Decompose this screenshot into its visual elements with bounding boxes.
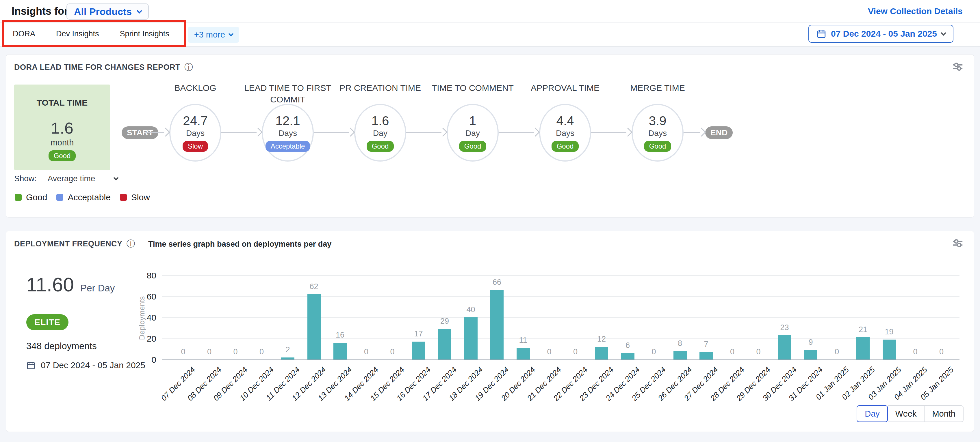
stage-label-time-to-comment: TIME TO COMMENT bbox=[425, 82, 520, 94]
pipeline-start-node: START bbox=[122, 127, 158, 139]
granularity-month-button[interactable]: Month bbox=[924, 406, 964, 422]
tab-dora[interactable]: DORA bbox=[10, 22, 38, 47]
gridline bbox=[162, 275, 959, 276]
tab-dev-insights[interactable]: Dev Insights bbox=[54, 22, 102, 47]
stage-unit: Days bbox=[278, 129, 297, 138]
bar-value-label: 0 bbox=[536, 347, 562, 356]
legend-label: Acceptable bbox=[68, 192, 110, 202]
stage-value: 3.9 bbox=[649, 114, 666, 128]
stage-label-lead-time-to-first-commit: LEAD TIME TO FIRST COMMIT bbox=[240, 82, 336, 105]
bar-value-label: 8 bbox=[667, 339, 693, 348]
stage-status-badge: Good bbox=[644, 141, 671, 152]
product-selector-value: All Products bbox=[74, 6, 132, 17]
bar-value-label: 7 bbox=[693, 340, 719, 349]
flow-arrow-head-icon bbox=[346, 128, 355, 136]
gridline bbox=[162, 338, 959, 339]
chart-bar[interactable] bbox=[883, 340, 896, 360]
stage-node-lead-time-to-first-commit[interactable]: 12.1DaysAcceptable bbox=[262, 104, 314, 162]
chart-bar[interactable] bbox=[856, 337, 870, 360]
bar-value-label: 0 bbox=[563, 347, 589, 356]
chart-bar[interactable] bbox=[595, 347, 608, 360]
page-header: Insights for All Products View Collectio… bbox=[0, 0, 980, 22]
stage-node-pr-creation-time[interactable]: 1.6DayGood bbox=[354, 104, 406, 162]
bar-value-label: 0 bbox=[641, 347, 667, 356]
date-range-picker[interactable]: 07 Dec 2024 - 05 Jan 2025 bbox=[808, 25, 953, 43]
bar-value-label: 16 bbox=[327, 331, 353, 340]
stage-unit: Days bbox=[186, 129, 205, 138]
stage-status-badge: Good bbox=[459, 141, 487, 152]
status-legend: GoodAcceptableSlow bbox=[15, 192, 150, 202]
bar-value-label: 9 bbox=[798, 338, 824, 347]
stage-label-pr-creation-time: PR CREATION TIME bbox=[332, 82, 428, 94]
legend-label: Slow bbox=[131, 192, 150, 202]
bar-value-label: 2 bbox=[275, 345, 301, 354]
chevron-down-icon bbox=[941, 30, 946, 35]
stage-value: 1 bbox=[469, 114, 476, 128]
bar-value-label: 6 bbox=[615, 341, 641, 350]
stage-label-approval-time: APPROVAL TIME bbox=[517, 82, 613, 94]
chart-bar[interactable] bbox=[464, 317, 477, 360]
bar-value-label: 12 bbox=[589, 335, 614, 344]
lead-time-report-card: DORA LEAD TIME FOR CHANGES REPORT ⓘ TOTA… bbox=[6, 54, 974, 217]
flow-arrow bbox=[499, 132, 534, 133]
bar-value-label: 0 bbox=[196, 347, 223, 356]
show-value: Average time bbox=[48, 174, 95, 183]
stage-node-backlog[interactable]: 24.7DaysSlow bbox=[169, 104, 221, 162]
bar-value-label: 40 bbox=[458, 305, 484, 314]
bar-value-label: 0 bbox=[249, 347, 275, 356]
calendar-icon bbox=[816, 29, 826, 39]
bar-value-label: 11 bbox=[510, 336, 536, 345]
granularity-week-button[interactable]: Week bbox=[888, 406, 925, 422]
tab-sprint-insights[interactable]: Sprint Insights bbox=[118, 22, 172, 47]
stage-value: 12.1 bbox=[275, 114, 300, 128]
tabs-more-button[interactable]: +3 more bbox=[188, 27, 239, 43]
flow-arrow-head-icon bbox=[531, 128, 540, 136]
bar-value-label: 66 bbox=[484, 278, 510, 287]
x-axis-line bbox=[162, 360, 959, 360]
stage-node-time-to-comment[interactable]: 1DayGood bbox=[447, 104, 499, 162]
show-label: Show: bbox=[14, 174, 37, 183]
chart-bar[interactable] bbox=[490, 290, 504, 360]
flow-arrow-head-icon bbox=[623, 128, 632, 136]
stage-value: 24.7 bbox=[183, 114, 208, 128]
chart-bar[interactable] bbox=[517, 348, 530, 360]
insights-tabs: DORADev InsightsSprint Insights+3 more bbox=[10, 22, 239, 47]
gridline bbox=[162, 296, 959, 297]
chart-bar[interactable] bbox=[438, 329, 451, 360]
legend-swatch-good bbox=[15, 194, 22, 201]
flow-arrow bbox=[314, 132, 349, 133]
legend-item-good: Good bbox=[15, 192, 47, 202]
stage-node-approval-time[interactable]: 4.4DaysGood bbox=[539, 104, 591, 162]
chart-bar[interactable] bbox=[281, 358, 294, 360]
bar-value-label: 62 bbox=[301, 282, 327, 291]
gridline bbox=[162, 317, 959, 318]
chart-bar[interactable] bbox=[778, 335, 791, 360]
page-title: Insights for bbox=[11, 0, 68, 22]
legend-item-slow: Slow bbox=[120, 192, 150, 202]
stage-unit: Day bbox=[373, 129, 387, 138]
legend-swatch-slow bbox=[120, 194, 127, 201]
stage-label-backlog: BACKLOG bbox=[148, 82, 243, 94]
chevron-down-icon bbox=[228, 31, 234, 36]
bar-value-label: 17 bbox=[406, 330, 432, 338]
product-selector-dropdown[interactable]: All Products bbox=[67, 3, 149, 20]
chart-bar[interactable] bbox=[804, 350, 817, 360]
chart-bar[interactable] bbox=[307, 294, 321, 360]
stage-unit: Days bbox=[556, 129, 574, 138]
show-metric-dropdown[interactable]: Show: Average time bbox=[14, 174, 118, 183]
date-range-value: 07 Dec 2024 - 05 Jan 2025 bbox=[831, 29, 937, 39]
lead-time-pipeline: STARTENDBACKLOG24.7DaysSlowLEAD TIME TO … bbox=[6, 54, 974, 217]
y-tick-label: 0 bbox=[133, 355, 156, 365]
chart-bar[interactable] bbox=[621, 353, 635, 360]
chart-bar[interactable] bbox=[700, 352, 713, 360]
chart-bar[interactable] bbox=[412, 342, 425, 360]
flow-arrow-head-icon bbox=[697, 128, 706, 136]
chart-bar[interactable] bbox=[333, 343, 347, 360]
stage-label-merge-time: MERGE TIME bbox=[610, 82, 705, 94]
view-collection-details-link[interactable]: View Collection Details bbox=[868, 0, 963, 22]
dashboard-page: Insights for All Products View Collectio… bbox=[0, 0, 980, 442]
granularity-day-button[interactable]: Day bbox=[857, 406, 888, 422]
stage-node-merge-time[interactable]: 3.9DaysGood bbox=[632, 104, 684, 162]
stage-unit: Day bbox=[465, 129, 480, 138]
chart-bar[interactable] bbox=[673, 351, 687, 360]
